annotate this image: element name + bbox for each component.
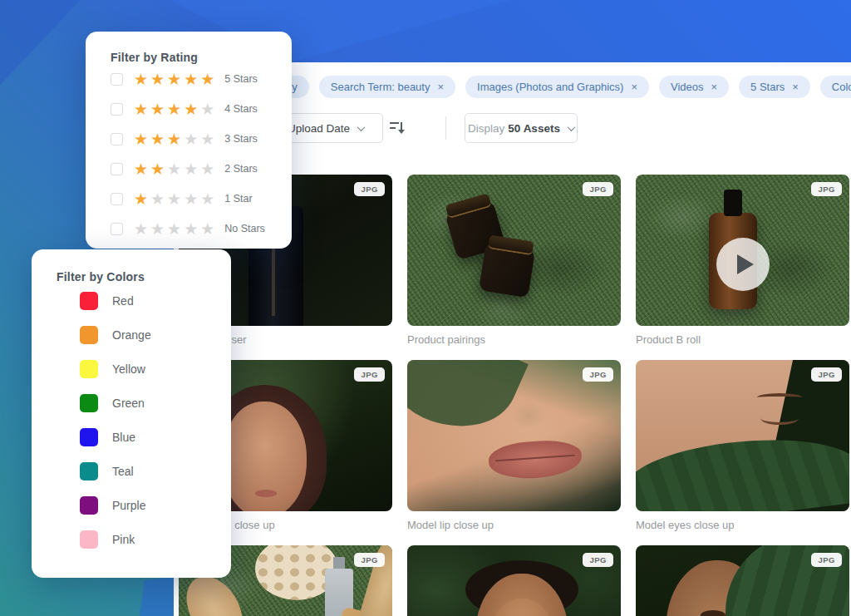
asset-thumbnail[interactable]: JPG [407,360,621,511]
color-option-label: Blue [112,431,135,444]
color-option-label: Red [112,294,134,308]
photo-closed-eye [760,411,799,425]
chip-label: Search Term: beauty [331,81,430,93]
rating-option-5-stars[interactable]: ★★★★★ 5 Stars [111,64,292,94]
rating-option-no-stars[interactable]: ★★★★★ No Stars [111,214,292,244]
color-option-purple[interactable]: Purple [80,488,231,522]
checkbox[interactable] [111,193,123,205]
green-swatch-icon[interactable] [80,394,98,412]
color-option-yellow[interactable]: Yellow [80,352,231,386]
asset-tile: JPG Model eyes close up [636,360,849,545]
asset-caption: Product pairings [407,333,621,346]
purple-swatch-icon[interactable] [80,496,98,515]
file-type-badge: JPG [354,553,385,567]
color-option-blue[interactable]: Blue [80,420,231,454]
remove-chip-icon[interactable]: × [437,81,444,92]
sort-direction-icon[interactable] [390,120,406,136]
asset-thumbnail[interactable]: JPG [407,175,621,326]
display-value: 50 Assets [508,122,560,135]
orange-swatch-icon[interactable] [80,326,98,344]
remove-chip-icon[interactable]: × [711,81,717,92]
rating-option-2-stars[interactable]: ★★★★★ 2 Stars [111,154,292,184]
checkbox[interactable] [111,103,123,116]
chip-label: Colors: Green [832,81,851,93]
file-type-badge: JPG [354,182,385,196]
color-option-label: Orange [112,328,151,342]
chip-videos-filter[interactable]: Videos × [659,76,729,98]
checkbox[interactable] [111,133,123,145]
colors-card-title: Filter by Colors [57,270,231,283]
chevron-down-icon [567,123,575,131]
file-type-badge: JPG [583,182,613,196]
chip-colors-green-filter[interactable]: Colors: Green × [820,76,851,98]
color-option-label: Yellow [112,362,145,376]
color-option-label: Teal [112,465,134,478]
sort-by-label: Upload Date [288,122,350,135]
yellow-swatch-icon[interactable] [80,360,98,378]
rating-option-label: 3 Stars [224,133,258,145]
rating-option-label: No Stars [224,223,265,234]
chip-images-filter[interactable]: Images (Photos and Graphics) × [465,76,649,98]
star-rating-icons: ★★★★★ [134,131,217,147]
color-option-red[interactable]: Red [80,283,231,318]
chip-label: Videos [671,81,704,93]
pink-swatch-icon[interactable] [80,530,98,549]
blue-swatch-icon[interactable] [80,428,98,446]
asset-tile: JPG Product B roll [636,175,849,360]
rating-option-4-stars[interactable]: ★★★★★ 4 Stars [111,94,292,124]
color-option-orange[interactable]: Orange [80,318,231,352]
rating-card-title: Filter by Rating [111,51,292,64]
asset-thumbnail[interactable]: JPG [636,545,849,616]
chip-label: Images (Photos and Graphics) [477,81,623,93]
file-type-badge: JPG [354,367,385,382]
star-rating-icons: ★★★★★ [134,221,217,237]
toolbar-divider [445,116,446,140]
filter-by-rating-card: Filter by Rating ★★★★★ 5 Stars ★★★★★ 4 S… [86,32,292,249]
photo-lips [255,490,277,497]
file-type-badge: JPG [811,182,842,196]
teal-swatch-icon[interactable] [80,462,98,480]
asset-thumbnail[interactable]: JPG [636,360,849,511]
photo-lips [488,438,583,481]
photo-eyebrow [757,393,802,402]
checkbox[interactable] [111,163,123,175]
rating-option-label: 5 Stars [224,73,258,85]
star-rating-icons: ★★★★★ [134,191,217,207]
file-type-badge: JPG [583,553,613,567]
chip-label: 5 Stars [750,81,785,93]
play-icon [737,254,754,274]
chip-search-term[interactable]: Search Term: beauty × [319,76,455,98]
star-rating-icons: ★★★★★ [134,161,217,177]
color-option-teal[interactable]: Teal [80,454,231,488]
display-count-dropdown[interactable]: Display50 Assets [465,113,578,143]
display-prefix: Display [468,122,504,135]
remove-chip-icon[interactable]: × [631,81,637,92]
asset-thumbnail[interactable]: JPG [407,545,621,616]
asset-tile: JPG Product pairings [407,175,621,360]
checkbox[interactable] [111,223,123,235]
rating-option-1-star[interactable]: ★★★★★ 1 Star [111,184,292,214]
photo-leaf-shadow [407,360,529,448]
chip-5-stars-filter[interactable]: 5 Stars × [739,76,810,98]
chevron-down-icon [357,123,366,131]
color-option-label: Green [112,397,145,410]
asset-tile: JPG Model lip close up [407,360,621,545]
color-option-pink[interactable]: Pink [80,522,231,556]
rating-option-label: 4 Stars [224,103,258,115]
rating-option-label: 2 Stars [224,163,258,175]
file-type-badge: JPG [811,553,842,567]
photo-jar [479,243,535,298]
checkbox[interactable] [111,73,123,86]
color-option-green[interactable]: Green [80,386,231,420]
remove-chip-icon[interactable]: × [792,81,799,92]
play-button[interactable] [716,238,770,291]
star-rating-icons: ★★★★★ [134,101,217,117]
photo-eye [701,610,726,616]
asset-tile: JPG [636,545,849,616]
asset-thumbnail[interactable]: JPG [636,175,849,326]
red-swatch-icon[interactable] [80,292,98,310]
asset-caption: Model lip close up [407,519,621,531]
rating-option-3-stars[interactable]: ★★★★★ 3 Stars [111,124,292,154]
asset-tile: JPG [407,545,621,616]
filter-chip-bar: Library Search Term: beauty × Images (Ph… [253,76,851,98]
